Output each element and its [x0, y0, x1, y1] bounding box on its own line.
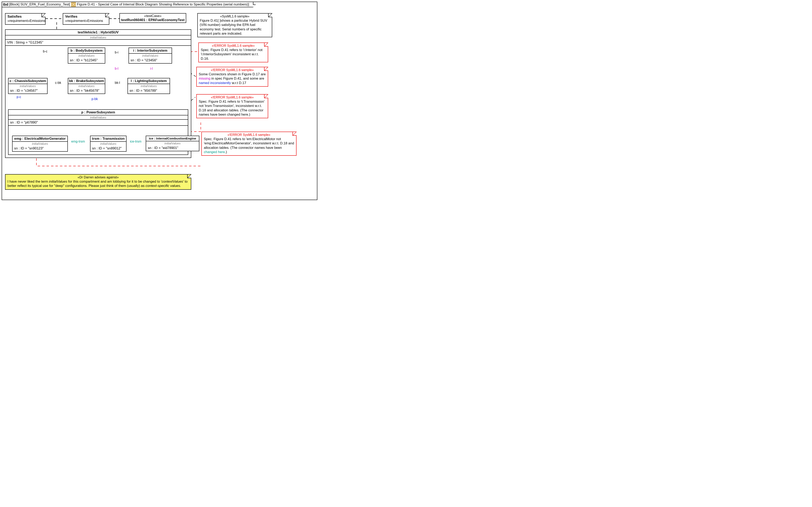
emg-compart: initialValues	[12, 142, 67, 146]
trsm-sn: sn : ID = "sn89012"	[90, 146, 126, 151]
diagram-frame: ibd [Block] SUV_EPA_Fuel_Economy_Test[ F…	[2, 2, 317, 200]
i-compart: initialValues	[129, 54, 172, 57]
bk-compart: initialValues	[68, 84, 105, 88]
i-sn: sn : ID = "i23456"	[129, 57, 172, 63]
block-i: i : InteriorSubsystem initialValues sn :…	[129, 48, 172, 64]
sysml-body: Figure D.41[ ]shows a particular Hybrid …	[200, 18, 270, 36]
lbl-cbk: c-bk	[55, 81, 62, 84]
note-err1: «!ERROR SysML1.6 sample» Spec. Figure D.…	[198, 43, 268, 62]
testcase-stereo: «testCase»	[121, 14, 185, 18]
lbl-bc: b-c	[43, 50, 48, 53]
frame-caption: Figure D.41 - Special Case of Internal B…	[77, 2, 249, 6]
err1-body: Spec. Figure D.41 refers to 'i:Interior'…	[201, 48, 266, 61]
trsm-title: trsm : Transmission	[90, 136, 126, 142]
err4-stereo: «!ERROR SysML1.6 sample»	[204, 133, 294, 137]
p-sn: sn : ID = "p67890"	[8, 120, 188, 126]
block-emg: emg : ElectricalMotorGenerator initialVa…	[12, 136, 68, 152]
note-err2: «!ERROR SysML1.6 sample» Some Connectors…	[196, 67, 268, 87]
advice-stereo: «Dr Darren advises against»	[7, 175, 189, 179]
note-sysml: «SysML1.6 sample» Figure D.41[ ]shows a …	[197, 13, 272, 37]
ice-title: ice : InternalCombustionEngine	[146, 136, 199, 141]
verifies-title: Verifies	[65, 14, 107, 19]
ice-compart: initialValues	[146, 141, 199, 145]
advice-body: I have never liked the term initialValue…	[7, 179, 189, 188]
sysml-stereo: «SysML1.6 sample»	[200, 14, 270, 18]
err1-stereo: «!ERROR SysML1.6 sample»	[201, 44, 266, 48]
b-compart: initialValues	[68, 54, 105, 57]
note-satisfies: Satisfies «requirement»Emissions	[5, 13, 46, 25]
emg-sn: sn : ID = "sn90123"	[12, 146, 67, 151]
err3-stereo: «!ERROR SysML1.6 sample»	[199, 95, 266, 99]
vehicle-vin: VIN : String = "G12345"	[5, 40, 191, 46]
i-title: i : InteriorSubsystem	[129, 48, 172, 54]
block-b: b : BodySubsystem initialValues sn : ID …	[68, 48, 105, 64]
lbl-pc: p-c	[16, 95, 21, 99]
note-err3: «!ERROR SysML1.6 sample» Spec. Figure D.…	[196, 94, 268, 118]
c-title: c : ChassisSubsystem	[8, 78, 47, 84]
err3-body: Spec. Figure D.41 refers to 't:Transmiss…	[199, 99, 266, 117]
satisfies-body: «requirement»Emissions	[7, 19, 43, 23]
vehicle-compart: initialValues	[5, 36, 191, 40]
p-title: p : PowerSubsystem	[8, 110, 188, 115]
testcase-body: testRun060401 : EPAFuelEconomyTest	[121, 18, 185, 22]
block-bk: bk : BrakeSubsystem initialValues sn : I…	[68, 78, 105, 94]
err4-body: Spec. Figure D.41 refers to 'em:Electric…	[204, 137, 294, 154]
err2-body: Some Connectors shown in Figure D.17 are…	[199, 72, 266, 85]
c-compart: initialValues	[8, 84, 47, 88]
l-compart: initialValues	[128, 84, 170, 88]
frame-kind: ibd	[3, 2, 8, 7]
note-advice: «Dr Darren advises against» I have never…	[5, 174, 191, 190]
lbl-bkl: bk-l	[114, 81, 120, 84]
block-trsm: trsm : Transmission initialValues sn : I…	[90, 136, 126, 152]
note-err4: «!ERROR SysML1.6 sample» Spec. Figure D.…	[201, 131, 297, 156]
block-ice: ice : InternalCombustionEngine initialVa…	[146, 136, 199, 151]
emg-title: emg : ElectricalMotorGenerator	[12, 136, 67, 142]
diagram-icon	[71, 2, 76, 7]
b-title: b : BodySubsystem	[68, 48, 105, 54]
l-sn: sn : ID = "lt56789"	[128, 88, 170, 94]
lbl-emgtrsm: emg-trsm	[71, 140, 85, 144]
lbl-bi: b-i	[114, 51, 119, 54]
b-sn: sn : ID = "b12345"	[68, 57, 105, 63]
block-l: l : LightingSubsystem initialValues sn :…	[127, 78, 170, 94]
lbl-pbk: p-bk	[91, 97, 98, 101]
frame-header: ibd [Block] SUV_EPA_Fuel_Economy_Test[ F…	[2, 2, 253, 7]
lbl-icetrsm: ice-trsm	[130, 140, 142, 144]
ice-sn: sn : ID = "eid78901"	[146, 145, 199, 151]
verifies-body: «requirement»Emissions	[65, 19, 107, 23]
lbl-il: i-l	[150, 67, 153, 70]
bk-title: bk : BrakeSubsystem	[68, 78, 105, 84]
l-title: l : LightingSubsystem	[128, 78, 170, 84]
testcase-block: «testCase» testRun060401 : EPAFuelEconom…	[119, 13, 186, 23]
block-c: c : ChassisSubsystem initialValues sn : …	[8, 78, 48, 94]
c-sn: sn : ID = "c34567"	[8, 88, 47, 94]
p-compart: initialValues	[8, 115, 188, 120]
bk-sn: sn : ID = "bk45678"	[68, 88, 105, 94]
trsm-compart: initialValues	[90, 142, 126, 146]
note-verifies: Verifies «requirement»Emissions	[63, 13, 109, 25]
satisfies-title: Satisfies	[7, 14, 43, 19]
vehicle-title: testVehicle1 : HybridSUV	[5, 30, 191, 36]
frame-context: [Block] SUV_EPA_Fuel_Economy_Test[	[9, 2, 70, 6]
lbl-bl: b-l	[114, 67, 119, 70]
err2-stereo: «!ERROR SysML1.6 sample»	[199, 68, 266, 72]
